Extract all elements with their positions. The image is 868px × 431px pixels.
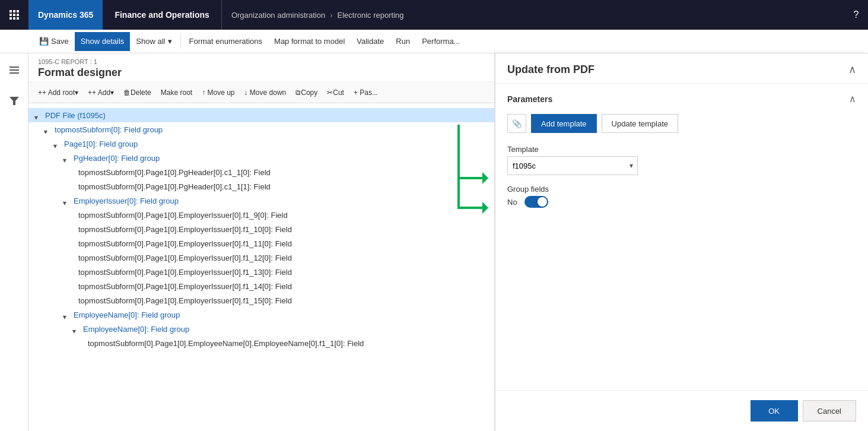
tree-label-employee-name-group: EmployeeName[0]: Field group — [74, 310, 180, 319]
tree-label-f1-12: topmostSubform[0].Page1[0].EmployerIssue… — [78, 253, 292, 262]
panel-close-button[interactable]: ∧ — [848, 63, 856, 76]
show-details-button[interactable]: Show details — [75, 32, 131, 51]
validate-button[interactable]: Validate — [351, 32, 390, 51]
tree-item-f1-11[interactable]: topmostSubform[0].Page1[0].EmployerIssue… — [28, 236, 494, 251]
help-icon: ? — [854, 9, 859, 20]
tree-item-pdf-file[interactable]: ◀PDF File (f1095c) — [28, 108, 494, 122]
tree-arrow-employer-issuer: ◀ — [62, 196, 71, 205]
group-fields-toggle[interactable] — [524, 196, 548, 208]
show-details-label: Show details — [81, 37, 125, 46]
cut-button[interactable]: ✂ Cut — [322, 84, 349, 101]
tree-label-f1-15: topmostSubform[0].Page1[0].EmployerIssue… — [78, 296, 292, 305]
run-label: Run — [396, 37, 410, 46]
performance-label: Performa... — [422, 37, 460, 46]
add-template-button[interactable]: Add template — [531, 114, 597, 133]
sidebar-left — [0, 53, 28, 431]
tree-label-f1-10: topmostSubform[0].Page1[0].EmployerIssue… — [78, 225, 292, 234]
add-root-label: + Add root — [42, 88, 75, 97]
tree-item-f1-15[interactable]: topmostSubform[0].Page1[0].EmployerIssue… — [28, 293, 494, 308]
tree-label-f1-13: topmostSubform[0].Page1[0].EmployerIssue… — [78, 268, 292, 277]
tree-item-page1[interactable]: ◀Page1[0]: Field group — [28, 137, 494, 151]
cancel-label: Cancel — [818, 407, 841, 416]
update-template-button[interactable]: Update template — [602, 114, 678, 133]
hamburger-menu-icon[interactable] — [2, 58, 26, 82]
brand-area: Dynamics 365 Finance and Operations — [28, 0, 222, 30]
tree-item-topmost-subform[interactable]: ◀topmostSubform[0]: Field group — [28, 122, 494, 137]
group-fields-group: Group fields No — [507, 185, 856, 208]
tree-item-f1-10[interactable]: topmostSubform[0].Page1[0].EmployerIssue… — [28, 222, 494, 236]
tree-item-employee-name-field[interactable]: topmostSubform[0].Page1[0].EmployeeName[… — [28, 336, 494, 350]
add-button[interactable]: + + Add ▾ — [83, 84, 119, 101]
tree-item-c1-1-1[interactable]: topmostSubform[0].Page1[0].PgHeader[0].c… — [28, 179, 494, 194]
copy-icon: ⧉ — [295, 88, 301, 97]
run-button[interactable]: Run — [390, 32, 416, 51]
tree-item-pgheader[interactable]: ◀PgHeader[0]: Field group — [28, 151, 494, 165]
panel-header: Update from PDF ∧ — [495, 53, 868, 84]
save-button[interactable]: 💾 Save — [33, 32, 75, 51]
ok-button[interactable]: OK — [751, 400, 798, 422]
add-root-button[interactable]: + + Add root ▾ — [33, 84, 83, 101]
attachment-button[interactable]: 📎 — [507, 114, 526, 133]
help-button[interactable]: ? — [844, 0, 868, 30]
toggle-value-label: No — [507, 198, 517, 207]
tree-arrow-pdf-file: ◀ — [33, 110, 43, 120]
content-breadcrumb: 1095-C REPORT : 1 — [38, 58, 485, 65]
brand-d365-label: Dynamics 365 — [38, 10, 93, 20]
copy-button[interactable]: ⧉ Copy — [291, 84, 322, 101]
top-nav: Dynamics 365 Finance and Operations Orga… — [0, 0, 868, 30]
make-root-label: Make root — [161, 88, 192, 97]
waffle-icon — [9, 10, 19, 20]
map-format-label: Map format to model — [274, 37, 345, 46]
add-root-icon: + — [38, 88, 42, 97]
make-root-button[interactable]: Make root — [156, 84, 197, 101]
map-format-button[interactable]: Map format to model — [268, 32, 351, 51]
tree-item-f1-14[interactable]: topmostSubform[0].Page1[0].EmployerIssue… — [28, 279, 494, 293]
performance-button[interactable]: Performa... — [416, 32, 466, 51]
brand-fo: Finance and Operations — [103, 10, 221, 20]
delete-label: Delete — [131, 88, 151, 97]
format-enumerations-button[interactable]: Format enumerations — [183, 32, 269, 51]
tree-label-employer-issuer: EmployerIssuer[0]: Field group — [74, 197, 179, 205]
parameters-label: Parameters — [507, 94, 552, 104]
tree-item-f1-13[interactable]: topmostSubform[0].Page1[0].EmployerIssue… — [28, 265, 494, 279]
paste-button[interactable]: + Pas... — [349, 84, 383, 101]
tree-arrow-pgheader: ◀ — [62, 153, 71, 163]
add-root-dropdown-icon: ▾ — [75, 88, 78, 97]
move-up-button[interactable]: ↑ Move up — [197, 84, 239, 101]
breadcrumb-er[interactable]: Electronic reporting — [337, 11, 403, 20]
template-label: Template — [507, 145, 856, 154]
tree-item-employee-name-group[interactable]: ◀EmployeeName[0]: Field group — [28, 308, 494, 322]
filter-icon[interactable] — [2, 89, 26, 113]
tree-label-pdf-file: PDF File (f1095c) — [45, 111, 106, 120]
template-select-wrapper: f1095c — [507, 156, 638, 175]
chevron-down-icon: ▾ — [168, 37, 172, 46]
tree-item-f1-12[interactable]: topmostSubform[0].Page1[0].EmployerIssue… — [28, 251, 494, 265]
section-collapse-button[interactable]: ∧ — [849, 93, 856, 104]
svg-rect-1 — [9, 69, 19, 71]
tree-label-employee-name-field: topmostSubform[0].Page1[0].EmployeeName[… — [88, 339, 364, 348]
tree-item-c1-1-0[interactable]: topmostSubform[0].Page1[0].PgHeader[0].c… — [28, 165, 494, 179]
page-title: Format designer — [38, 66, 485, 79]
apps-menu-button[interactable] — [0, 0, 28, 30]
save-label: Save — [51, 37, 69, 46]
content-area: 1095-C REPORT : 1 Format designer + + Ad… — [28, 53, 494, 431]
panel-footer: OK Cancel — [495, 390, 868, 431]
tree-item-employer-issuer[interactable]: ◀EmployerIssuer[0]: Field group — [28, 194, 494, 208]
tree-item-f1-9[interactable]: topmostSubform[0].Page1[0].EmployerIssue… — [28, 208, 494, 222]
breadcrumb-separator: › — [330, 11, 332, 20]
show-all-button[interactable]: Show all ▾ — [130, 32, 177, 51]
secondary-toolbar: 💾 Save Show details Show all ▾ Format en… — [0, 30, 868, 53]
delete-button[interactable]: 🗑 Delete — [119, 84, 156, 101]
cancel-button[interactable]: Cancel — [803, 400, 856, 422]
brand-d365[interactable]: Dynamics 365 — [28, 0, 103, 30]
template-select[interactable]: f1095c — [507, 156, 638, 175]
toggle-thumb — [538, 197, 547, 207]
tree-item-employee-name-nested[interactable]: ◀EmployeeName[0]: Field group — [28, 322, 494, 336]
svg-marker-3 — [9, 97, 19, 105]
tree-label-employee-name-nested: EmployeeName[0]: Field group — [83, 325, 189, 334]
tree-label-c1-1-1: topmostSubform[0].Page1[0].PgHeader[0].c… — [78, 182, 271, 191]
breadcrumb-org[interactable]: Organization administration — [231, 11, 325, 20]
move-down-button[interactable]: ↓ Move down — [240, 84, 291, 101]
update-template-label: Update template — [612, 119, 668, 128]
validate-label: Validate — [357, 37, 384, 46]
